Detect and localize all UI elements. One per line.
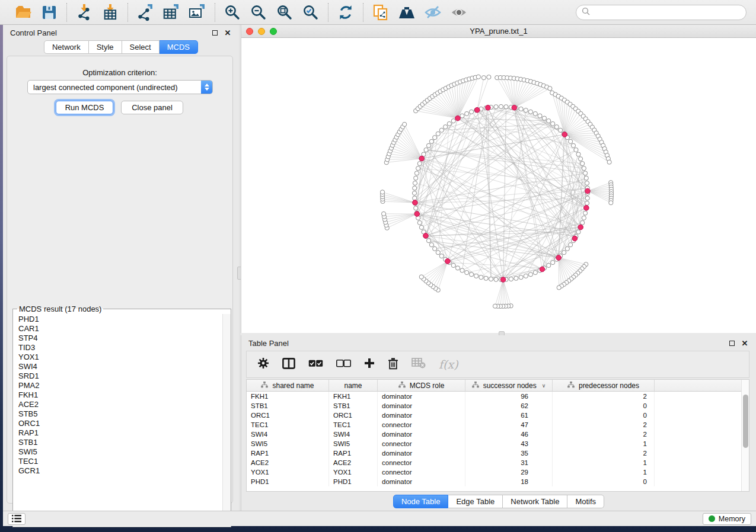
task-history-button[interactable] — [8, 513, 25, 525]
network-graph — [241, 38, 756, 333]
mcds-result-item: ORC1 — [14, 419, 222, 428]
memory-label: Memory — [719, 515, 745, 523]
table-panel: Table Panel ✕ f(x) shared namenameMCDS r… — [241, 335, 756, 511]
delete-column-button[interactable] — [388, 357, 398, 372]
function-builder-icon: f(x) — [439, 358, 458, 371]
hide-selected-icon — [424, 4, 442, 21]
close-panel-button-mcds[interactable]: Close panel — [121, 101, 183, 114]
table-tab-motifs[interactable]: Motifs — [567, 495, 604, 508]
select-all-icon — [308, 359, 323, 370]
table-float-panel-button[interactable] — [728, 339, 736, 347]
search-icon — [582, 7, 590, 18]
export-image-button[interactable] — [187, 3, 208, 22]
mcds-result-item: CAR1 — [14, 324, 222, 334]
cell-predecessor-nodes: 1 — [553, 467, 655, 477]
save-session-button[interactable] — [39, 3, 59, 22]
memory-button[interactable]: Memory — [703, 513, 751, 525]
network-canvas[interactable] — [241, 38, 756, 333]
new-network-from-selection-button[interactable] — [371, 3, 391, 22]
split-view-icon — [282, 358, 295, 371]
float-panel-button[interactable] — [210, 28, 219, 37]
settings-gear-button[interactable] — [257, 357, 269, 371]
search-box[interactable] — [576, 5, 747, 20]
apply-layout-icon — [337, 4, 355, 21]
delete-table-icon — [412, 358, 426, 371]
table-close-panel-button[interactable]: ✕ — [741, 339, 749, 347]
column-header-name[interactable]: name — [329, 380, 378, 391]
close-icon: ✕ — [742, 339, 748, 347]
cell-shared-name: SWI5 — [247, 439, 329, 448]
zoom-in-button[interactable] — [222, 3, 243, 22]
main-toolbar — [0, 0, 756, 25]
tab-style[interactable]: Style — [89, 40, 122, 54]
mcds-result-list: PHD1CAR1STP4TID3YOX1SWI4SRD1PMA2FKH1ACE2… — [14, 315, 222, 526]
mcds-result-item: STP4 — [14, 334, 222, 343]
table-row[interactable]: TEC1TEC1connector472 — [247, 420, 749, 430]
close-window-button[interactable] — [246, 28, 253, 35]
minimize-window-button[interactable] — [258, 28, 265, 35]
table-row[interactable]: RAP1RAP1dominator352 — [247, 448, 749, 458]
first-neighbors-button[interactable] — [397, 3, 417, 22]
zoom-fit-button[interactable] — [275, 3, 295, 22]
cell-successor-nodes: 18 — [465, 477, 553, 486]
mcds-result-item: PHD1 — [14, 315, 222, 324]
table-row[interactable]: SWI5SWI5connector431 — [247, 439, 749, 448]
select-all-button[interactable] — [308, 359, 323, 370]
cell-predecessor-nodes: 0 — [553, 411, 655, 420]
table-tab-network-table[interactable]: Network Table — [503, 495, 567, 508]
tab-network[interactable]: Network — [44, 40, 89, 54]
table-scrollbar-thumb[interactable] — [743, 395, 748, 448]
column-header-successor-nodes[interactable]: successor nodes∨ — [465, 380, 553, 391]
mcds-result-item: YOX1 — [14, 352, 222, 362]
list-icon — [12, 515, 21, 523]
table-row[interactable]: ORC1ORC1dominator610 — [247, 411, 749, 420]
delete-table-button — [412, 358, 426, 371]
zoom-fit-icon — [276, 4, 294, 21]
table-row[interactable]: ACE2ACE2connector311 — [247, 458, 749, 467]
apply-layout-button[interactable] — [336, 3, 356, 22]
control-panel-header: Control Panel ✕ — [3, 25, 239, 40]
cell-shared-name: ORC1 — [247, 411, 329, 420]
table-row[interactable]: STB1STB1dominator620 — [247, 401, 749, 411]
optimization-criterion-dropdown[interactable]: largest connected component (undirected) — [27, 80, 213, 94]
table-tab-node-table[interactable]: Node Table — [393, 495, 449, 508]
mcds-result-item: SRD1 — [14, 371, 222, 381]
import-table-button[interactable] — [100, 3, 120, 22]
export-table-button[interactable] — [161, 3, 181, 22]
column-header-predecessor-nodes[interactable]: predecessor nodes — [553, 380, 655, 391]
close-panel-button[interactable]: ✕ — [224, 28, 232, 37]
mcds-result-item: TID3 — [14, 343, 222, 352]
table-row[interactable]: FKH1FKH1dominator962 — [247, 392, 749, 401]
mcds-result-item: ACE2 — [14, 400, 222, 409]
hide-selected-button[interactable] — [423, 3, 443, 22]
table-row[interactable]: SWI4SWI4dominator462 — [247, 430, 749, 439]
maximize-window-button[interactable] — [270, 28, 277, 35]
mcds-list-scrollbar[interactable] — [222, 314, 231, 526]
table-scrollbar[interactable] — [741, 380, 749, 491]
cell-MCDS-role: connector — [378, 467, 465, 477]
zoom-selected-button[interactable] — [301, 3, 321, 22]
column-header-shared-name[interactable]: shared name — [247, 380, 329, 391]
tab-select[interactable]: Select — [122, 40, 160, 54]
table-row[interactable]: PHD1PHD1dominator180 — [247, 477, 749, 486]
zoom-out-button[interactable] — [248, 3, 269, 22]
optimization-criterion-label: Optimization criterion: — [7, 68, 232, 77]
table-tab-edge-table[interactable]: Edge Table — [448, 495, 503, 508]
open-session-button[interactable] — [13, 3, 33, 22]
run-mcds-button[interactable]: Run MCDS — [56, 101, 113, 114]
cell-name: ORC1 — [329, 411, 378, 420]
table-panel-header: Table Panel ✕ — [241, 335, 756, 351]
deselect-all-button[interactable] — [336, 359, 351, 370]
export-network-button[interactable] — [135, 3, 155, 22]
table-row[interactable]: YOX1YOX1connector291 — [247, 467, 749, 477]
search-input[interactable] — [594, 7, 741, 17]
tab-mcds[interactable]: MCDS — [160, 40, 198, 54]
column-header-MCDS-role[interactable]: MCDS role — [378, 380, 465, 391]
zoom-out-icon — [250, 4, 267, 21]
show-all-button[interactable] — [449, 3, 469, 22]
split-view-button[interactable] — [282, 358, 295, 371]
import-network-button[interactable] — [74, 3, 94, 22]
toolbar-group — [328, 3, 363, 22]
add-column-button[interactable] — [364, 358, 375, 371]
cell-name: FKH1 — [329, 392, 378, 401]
